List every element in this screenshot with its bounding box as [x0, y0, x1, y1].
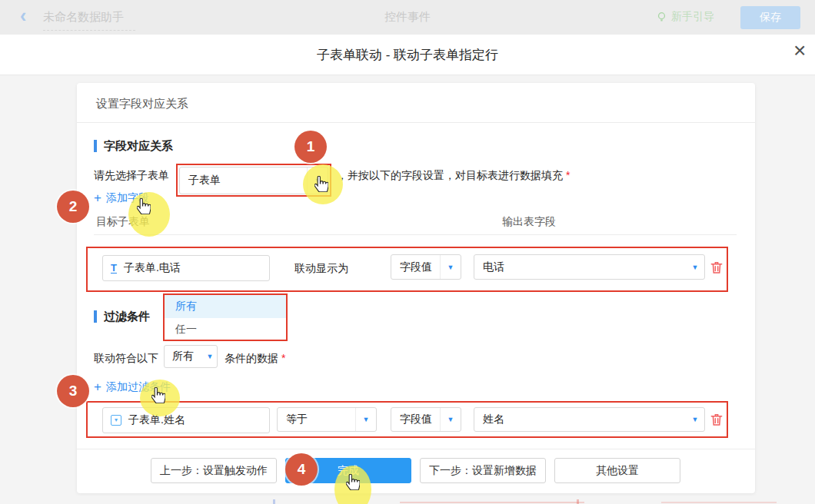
back-icon[interactable]: ‹	[20, 5, 26, 27]
delete-row-button[interactable]	[709, 259, 724, 276]
condition-suffix-text: 条件的数据	[225, 352, 278, 364]
filter-value-type-select[interactable]: 字段值 ▼	[391, 407, 461, 432]
delete-row-button[interactable]	[709, 411, 724, 428]
chevron-down-icon: ▼	[686, 408, 704, 431]
card-header: 设置字段对应关系	[96, 97, 188, 111]
next-step-button[interactable]: 下一步：设置新增数据	[420, 458, 546, 483]
guide-label: 新手引导	[671, 10, 714, 24]
chevron-down-icon: ▼	[686, 255, 704, 279]
filter-field-input[interactable]: ▾ 子表单.姓名	[102, 407, 270, 433]
condition-prefix-label: 联动符合以下	[94, 352, 158, 366]
condition-dropdown-menu: 所有 任一	[165, 295, 286, 341]
value-type-value: 字段值	[391, 260, 440, 274]
hint-text: ，并按以下的字段设置，对目标表进行数据填充	[337, 169, 563, 181]
guide-button[interactable]: 新手引导	[656, 10, 714, 24]
filter-value-type-value: 字段值	[391, 413, 440, 426]
peek-mark	[661, 502, 777, 503]
column-header-output: 输出表字段	[502, 215, 556, 229]
plus-icon: +	[94, 191, 101, 205]
operator-select[interactable]: 等于 ▼	[277, 407, 377, 432]
target-field-value: 子表单.电话	[124, 261, 181, 275]
text-field-icon: T	[111, 263, 117, 274]
divider	[77, 449, 755, 449]
target-field-input[interactable]: T 子表单.电话	[102, 255, 270, 281]
hand-cursor-icon	[346, 474, 360, 490]
condition-select-value: 所有	[165, 350, 203, 363]
modal-header: 子表单联动 - 联动子表单指定行 ×	[0, 35, 815, 75]
divider	[77, 122, 755, 123]
dropdown-option-all[interactable]: 所有	[165, 295, 286, 318]
hand-cursor-icon	[314, 176, 328, 192]
output-field-value: 电话	[474, 260, 686, 274]
filter-value-select[interactable]: 姓名 ▼	[474, 407, 705, 432]
topbar: ‹ 未命名数据助手 控件事件 新手引导 保存	[0, 0, 815, 35]
output-field-select[interactable]: 电话 ▼	[474, 254, 705, 280]
chevron-down-icon: ▼	[440, 408, 461, 431]
operator-value: 等于	[278, 413, 355, 426]
linkage-display-label: 联动显示为	[294, 262, 348, 276]
prev-step-button[interactable]: 上一步：设置触发动作	[151, 458, 277, 483]
field-mapping-hint: ，并按以下的字段设置，对目标表进行数据填充*	[337, 169, 570, 183]
select-field-icon: ▾	[111, 415, 121, 426]
close-icon[interactable]: ×	[793, 40, 806, 61]
save-button[interactable]: 保存	[740, 6, 800, 29]
chevron-down-icon: ▼	[440, 255, 461, 279]
section-field-mapping-title: 字段对应关系	[94, 140, 173, 152]
dropdown-option-any[interactable]: 任一	[165, 318, 286, 341]
hand-cursor-icon	[151, 387, 165, 403]
chevron-down-icon: ▼	[203, 346, 217, 367]
hand-cursor-icon	[137, 198, 151, 214]
section-filter-title: 过滤条件	[94, 310, 150, 323]
plus-icon: +	[94, 380, 101, 394]
peek-mark	[577, 499, 579, 504]
divider	[94, 234, 737, 235]
required-mark: *	[281, 352, 285, 364]
peek-mark	[400, 502, 584, 503]
value-type-select[interactable]: 字段值 ▼	[391, 254, 461, 280]
subform-select-label: 请先选择子表单	[94, 169, 169, 183]
required-mark: *	[566, 169, 570, 181]
page-title: 控件事件	[384, 10, 431, 25]
subform-select-value: 子表单	[180, 174, 307, 187]
condition-select[interactable]: 所有 ▼	[164, 345, 218, 368]
peek-mark	[273, 499, 275, 504]
other-settings-button[interactable]: 其他设置	[554, 458, 680, 483]
document-title[interactable]: 未命名数据助手	[43, 10, 135, 31]
lightbulb-icon	[656, 12, 667, 23]
step-4-badge: 4	[285, 453, 318, 486]
filter-value: 姓名	[474, 413, 686, 426]
condition-suffix: 条件的数据*	[225, 352, 285, 366]
step-2-badge: 2	[57, 191, 89, 223]
chevron-down-icon: ▼	[355, 408, 376, 431]
step-1-badge: 1	[294, 131, 327, 163]
settings-card: 设置字段对应关系 字段对应关系 请先选择子表单 子表单 ▼ ，并按以下的字段设置…	[77, 83, 755, 493]
modal-title: 子表单联动 - 联动子表单指定行	[317, 46, 498, 64]
step-3-badge: 3	[57, 375, 89, 407]
